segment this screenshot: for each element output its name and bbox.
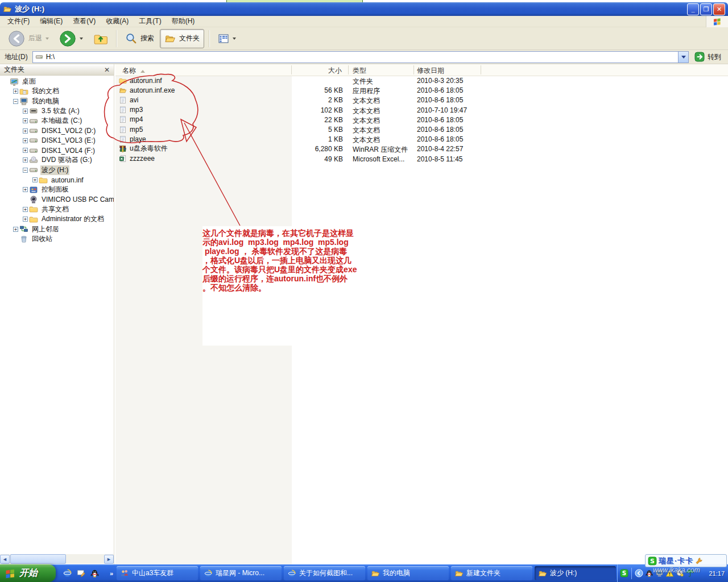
tree-item[interactable]: +本地磁盘 (C:): [0, 116, 114, 126]
tree-expander[interactable]: +: [22, 217, 29, 222]
file-size-cell: 5 KB: [286, 126, 343, 134]
tree-expander-box[interactable]: +: [23, 148, 28, 153]
column-header-type[interactable]: 类型: [353, 66, 366, 76]
show-desktop-icon[interactable]: [76, 568, 86, 578]
tree-expander-box[interactable]: −: [23, 168, 28, 173]
scroll-right-arrow[interactable]: ►: [104, 555, 114, 564]
tree-item[interactable]: +Administrator 的文档: [0, 214, 114, 224]
tree-expander-box[interactable]: +: [13, 89, 18, 94]
file-row[interactable]: avi2 KB文本文档2010-8-6 18:05: [115, 95, 728, 105]
tree-item[interactable]: 回收站: [0, 234, 114, 244]
tree-expander-box[interactable]: +: [23, 109, 28, 114]
tree-expander[interactable]: +: [31, 177, 39, 182]
tree-item[interactable]: +3.5 软盘 (A:): [0, 106, 114, 116]
address-input[interactable]: H:\: [32, 51, 689, 63]
taskbar-button[interactable]: 新建文件夹: [451, 566, 532, 580]
file-row[interactable]: playe1 KB文本文档2010-8-6 18:05: [115, 134, 728, 144]
file-row[interactable]: mp422 KB文本文档2010-8-6 18:05: [115, 115, 728, 124]
taskbar-button[interactable]: 我的电脑: [367, 566, 449, 580]
taskbar-button[interactable]: 关于如何截图和...: [284, 566, 365, 580]
taskbar-button[interactable]: 波少 (H:): [535, 566, 616, 580]
folders-toggle-button[interactable]: 文件夹: [160, 29, 204, 48]
file-row[interactable]: mp3102 KB文本文档2010-7-10 19:47: [115, 105, 728, 115]
tree-expander-box[interactable]: +: [23, 118, 28, 123]
start-button[interactable]: 开始: [0, 564, 56, 582]
tree-expander-box[interactable]: +: [13, 227, 18, 232]
tree-item-label: DISK1_VOL4 (F:): [40, 147, 96, 155]
tree-expander[interactable]: +: [22, 207, 29, 212]
tree-expander-box[interactable]: +: [23, 217, 28, 222]
taskbar-button[interactable]: 瑞星网 - Micro...: [200, 566, 282, 580]
tree-item[interactable]: +DISK1_VOL3 (E:): [0, 136, 114, 146]
go-arrow-icon: [694, 52, 705, 62]
tree-expander[interactable]: +: [22, 138, 29, 143]
tree-expander-box[interactable]: +: [23, 128, 28, 134]
tree-expander[interactable]: +: [22, 118, 29, 123]
quick-launch: »: [59, 564, 115, 582]
file-row[interactable]: autorun.inf文件夹2010-8-3 20:35: [115, 76, 728, 85]
tree-expander[interactable]: +: [22, 109, 29, 114]
scrollbar-thumb[interactable]: [10, 554, 66, 564]
go-button[interactable]: 转到: [694, 52, 721, 62]
restore-button[interactable]: ❐: [700, 3, 712, 15]
clock[interactable]: 21:17: [709, 570, 725, 577]
tree-item[interactable]: VIMICRO USB PC Camera (: [0, 195, 114, 205]
tree-item[interactable]: +autorun.inf: [0, 175, 114, 185]
tree-item[interactable]: −波少 (H:): [0, 165, 114, 175]
tree-expander[interactable]: −: [22, 168, 29, 173]
folders-pane-close-icon[interactable]: ✕: [104, 66, 110, 74]
qq-icon[interactable]: [645, 569, 653, 577]
column-header-name[interactable]: 名称: [122, 66, 145, 76]
collapse-chevron-icon[interactable]: [635, 569, 643, 577]
tree-expander-box[interactable]: +: [23, 157, 28, 163]
qq-icon[interactable]: [90, 568, 100, 578]
forward-button[interactable]: [56, 30, 88, 48]
tree-item[interactable]: +网上邻居: [0, 225, 114, 234]
taskbar-button[interactable]: 中山a3车友群: [117, 566, 198, 580]
tree-item[interactable]: 桌面: [0, 77, 114, 86]
tree-expander[interactable]: +: [12, 89, 19, 94]
scroll-left-arrow[interactable]: ◄: [0, 555, 10, 564]
file-row[interactable]: mp55 KB文本文档2010-8-6 18:05: [115, 124, 728, 134]
file-row[interactable]: autorun.inf.exe56 KB应用程序2010-8-6 18:05: [115, 85, 728, 95]
menu-item[interactable]: 编辑(E): [35, 15, 68, 27]
file-row[interactable]: u盘杀毒软件6,280 KBWinRAR 压缩文件2010-8-4 22:57: [115, 144, 728, 153]
tree-expander-box[interactable]: +: [23, 138, 28, 143]
tree-expander[interactable]: +: [12, 227, 19, 232]
file-row[interactable]: zzzzeee49 KBMicrosoft Excel...2010-8-5 1…: [115, 154, 728, 164]
menu-item[interactable]: 收藏(A): [101, 15, 134, 27]
tree-item[interactable]: +我的文档: [0, 86, 114, 96]
up-button[interactable]: [90, 30, 111, 48]
tree-expander[interactable]: +: [22, 128, 29, 134]
back-button[interactable]: 后退: [5, 30, 53, 48]
tree-item[interactable]: +DISK1_VOL4 (F:): [0, 146, 114, 155]
tree-expander-box[interactable]: +: [32, 177, 38, 182]
menu-item[interactable]: 查看(V): [68, 15, 101, 27]
address-dropdown-button[interactable]: [678, 52, 688, 63]
tree-expander-box[interactable]: +: [23, 187, 28, 192]
ie-icon[interactable]: [63, 568, 72, 578]
tree-item[interactable]: +共享文档: [0, 205, 114, 214]
minimize-button[interactable]: _: [687, 3, 699, 15]
tree-item[interactable]: +DVD 驱动器 (G:): [0, 155, 114, 165]
menu-item[interactable]: 工具(T): [134, 15, 166, 27]
quick-launch-overflow-chevron[interactable]: »: [110, 570, 113, 577]
tree-expander[interactable]: +: [22, 148, 29, 153]
tree-expander[interactable]: −: [12, 99, 19, 104]
tree-expander[interactable]: +: [22, 157, 29, 163]
menu-item[interactable]: 文件(F): [2, 15, 35, 27]
menu-item[interactable]: 帮助(H): [167, 15, 200, 27]
tree-expander-box[interactable]: +: [23, 207, 28, 212]
tree-item[interactable]: +控制面板: [0, 185, 114, 194]
horizontal-scrollbar[interactable]: ◄ ►: [0, 554, 114, 564]
s-badge-icon[interactable]: S: [620, 569, 628, 577]
column-header-date[interactable]: 修改日期: [417, 66, 444, 76]
tree-item[interactable]: −我的电脑: [0, 97, 114, 106]
search-button[interactable]: 搜索: [122, 30, 158, 48]
tree-expander[interactable]: +: [22, 187, 29, 192]
views-button[interactable]: [214, 30, 241, 48]
tree-item[interactable]: +DISK1_VOL2 (D:): [0, 126, 114, 136]
tree-expander-box[interactable]: −: [13, 99, 18, 104]
close-button[interactable]: ✕: [713, 3, 725, 15]
column-header-size[interactable]: 大小: [292, 66, 342, 76]
